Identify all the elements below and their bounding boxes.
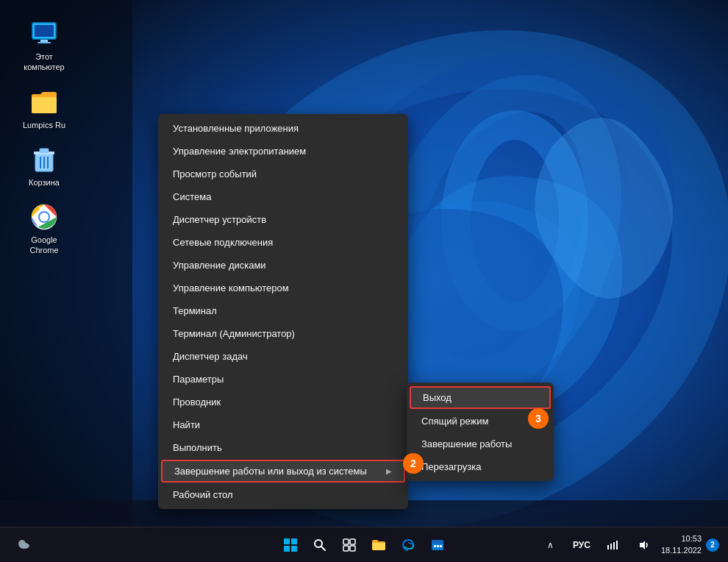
desktop: Этот компьютер Lumpics Ru — [0, 0, 728, 562]
taskbar-search-button[interactable] — [307, 532, 333, 558]
menu-item-task-mgr[interactable]: Диспетчер задач — [158, 345, 408, 368]
taskbar-notification-badge[interactable]: 2 — [706, 538, 719, 552]
svg-rect-41 — [613, 542, 615, 549]
svg-rect-27 — [291, 546, 297, 552]
taskbar-calendar-button[interactable] — [424, 532, 451, 558]
taskbar-datetime[interactable]: 10:53 18.11.2022 — [661, 533, 702, 556]
menu-item-power-mgmt[interactable]: Управление электропитанием — [158, 140, 408, 163]
system-tray: ∧ РУС — [538, 532, 719, 558]
desktop-icon-chrome[interactable]: Google Chrome — [15, 198, 74, 260]
menu-item-terminal-admin[interactable]: Терминал (Администратор) — [158, 322, 408, 345]
context-menu: Установленные приложения Управление элек… — [158, 114, 408, 509]
svg-point-20 — [40, 213, 49, 221]
svg-rect-35 — [432, 540, 443, 544]
menu-item-run[interactable]: Выполнить — [158, 436, 408, 459]
folder-icon — [29, 88, 59, 117]
svg-rect-38 — [440, 545, 442, 547]
svg-rect-31 — [350, 539, 355, 544]
taskbar-volume-icon[interactable] — [630, 532, 657, 558]
svg-line-29 — [321, 547, 325, 550]
chrome-icon — [29, 202, 59, 232]
submenu-arrow: ▶ — [386, 467, 392, 475]
desktop-icon-computer[interactable]: Этот компьютер — [15, 15, 74, 77]
menu-item-desktop[interactable]: Рабочий стол — [158, 483, 408, 506]
svg-point-23 — [19, 543, 29, 549]
svg-rect-25 — [291, 538, 297, 544]
menu-item-system[interactable]: Система — [158, 185, 408, 208]
taskbar-filemanager-button[interactable] — [365, 532, 392, 558]
taskbar-left — [9, 532, 35, 558]
submenu: Выход Спящий режим Завершение работы Пер… — [407, 383, 554, 481]
svg-rect-26 — [284, 546, 290, 552]
taskbar-taskview-button[interactable] — [336, 532, 363, 558]
menu-item-terminal[interactable]: Терминал — [158, 299, 408, 322]
menu-item-disk-mgmt[interactable]: Управление дисками — [158, 254, 408, 277]
svg-rect-33 — [350, 546, 355, 551]
recycle-icon-label: Корзина — [29, 177, 60, 188]
menu-item-installed-apps[interactable]: Установленные приложения — [158, 117, 408, 140]
desktop-icon-recycle[interactable]: Корзина — [15, 140, 74, 192]
menu-item-network-conn[interactable]: Сетевые подключения — [158, 231, 408, 254]
submenu-item-signout[interactable]: Выход — [410, 386, 551, 409]
svg-rect-37 — [437, 545, 439, 547]
computer-icon-label: Этот компьютер — [18, 51, 71, 73]
taskbar-network-icon[interactable] — [599, 532, 626, 558]
taskbar-edge-button[interactable] — [395, 532, 421, 558]
chrome-icon-label: Google Chrome — [18, 235, 71, 256]
svg-rect-42 — [616, 541, 618, 549]
taskbar-language[interactable]: РУС — [568, 532, 595, 558]
taskbar-center — [277, 532, 451, 558]
menu-item-search[interactable]: Найти — [158, 413, 408, 436]
badge-number-3: 3 — [528, 408, 549, 429]
menu-item-event-viewer[interactable]: Просмотр событий — [158, 163, 408, 185]
taskbar: ∧ РУС — [0, 527, 728, 562]
menu-item-explorer[interactable]: Проводник — [158, 391, 408, 413]
desktop-icon-lumpics[interactable]: Lumpics Ru — [15, 83, 74, 135]
menu-item-computer-mgmt[interactable]: Управление компьютером — [158, 277, 408, 299]
menu-item-settings[interactable]: Параметры — [158, 368, 408, 391]
svg-rect-13 — [40, 149, 49, 152]
taskbar-right: ∧ РУС — [538, 532, 719, 558]
svg-rect-8 — [35, 25, 54, 37]
svg-rect-32 — [343, 546, 349, 551]
svg-rect-24 — [284, 538, 290, 544]
start-button[interactable] — [277, 532, 304, 558]
recycle-icon — [29, 145, 59, 174]
svg-rect-39 — [607, 545, 609, 549]
computer-icon — [29, 19, 59, 49]
menu-item-shutdown-menu[interactable]: Завершение работы или выход из системы ▶ — [161, 460, 405, 483]
svg-rect-36 — [434, 545, 436, 547]
submenu-item-restart[interactable]: Перезагрузка — [407, 455, 554, 478]
system-tray-expand[interactable]: ∧ — [538, 532, 564, 558]
svg-rect-9 — [40, 40, 48, 42]
menu-item-device-mgr[interactable]: Диспетчер устройств — [158, 208, 408, 231]
svg-rect-40 — [610, 544, 612, 549]
lumpics-icon-label: Lumpics Ru — [23, 120, 65, 130]
badge-number-2: 2 — [403, 453, 424, 474]
desktop-icons-container: Этот компьютер Lumpics Ru — [15, 15, 74, 260]
submenu-item-shutdown[interactable]: Завершение работы — [407, 433, 554, 455]
svg-rect-10 — [38, 42, 51, 43]
svg-rect-30 — [343, 539, 349, 544]
taskbar-weather-icon[interactable] — [9, 532, 35, 558]
